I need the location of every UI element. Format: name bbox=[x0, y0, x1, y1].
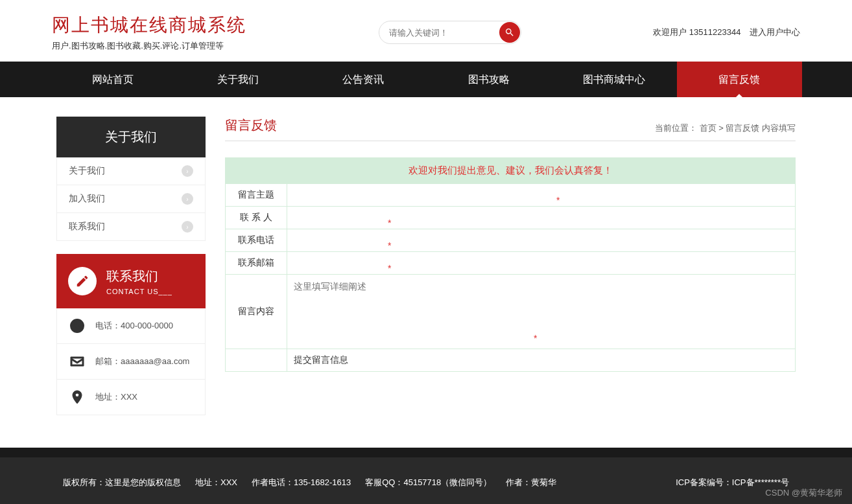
footer-left: 版权所有：这里是您的版权信息 地址：XXX 作者电话：135-1682-1613… bbox=[63, 477, 556, 488]
search-icon bbox=[504, 27, 515, 38]
sidebar-title: 关于我们 bbox=[56, 117, 206, 157]
content-cell: * bbox=[287, 275, 796, 349]
sidebar: 关于我们 关于我们›加入我们›联系我们› 联系我们 CONTACT US___ … bbox=[56, 117, 206, 415]
nav-item-1[interactable]: 关于我们 bbox=[175, 62, 300, 97]
content-label: 留言内容 bbox=[226, 275, 287, 349]
submit-button[interactable]: 提交留言信息 bbox=[287, 349, 796, 372]
nav-item-5[interactable]: 留言反馈 bbox=[677, 62, 802, 97]
contact-title: 联系我们 bbox=[106, 268, 172, 285]
contact-email-text: 邮箱：aaaaaaa@aa.com bbox=[95, 356, 189, 367]
content-textarea[interactable] bbox=[292, 280, 788, 341]
contact-text: 联系我们 CONTACT US___ bbox=[106, 268, 172, 295]
contact-card: 联系我们 CONTACT US___ bbox=[56, 254, 206, 308]
contact-list: 电话：400-000-0000 邮箱：aaaaaaa@aa.com 地址：XXX bbox=[56, 308, 206, 415]
username: 13511223344 bbox=[689, 27, 741, 37]
nav-item-4[interactable]: 图书商城中心 bbox=[551, 62, 676, 97]
nav-item-0[interactable]: 网站首页 bbox=[50, 62, 175, 97]
footer-copyright: 版权所有：这里是您的版权信息 bbox=[63, 477, 181, 488]
search-box bbox=[379, 21, 521, 44]
sidebar-item-label: 加入我们 bbox=[69, 193, 105, 205]
edit-icon bbox=[68, 267, 97, 295]
subject-label: 留言主题 bbox=[226, 184, 287, 207]
sidebar-item-1[interactable]: 加入我们› bbox=[57, 185, 205, 213]
phone-cell[interactable]: * bbox=[287, 229, 796, 252]
required-mark: * bbox=[556, 195, 560, 205]
header: 网上书城在线商城系统 用户.图书攻略.图书收藏.购买.评论.订单管理等 欢迎用户… bbox=[0, 0, 852, 62]
chevron-right-icon: › bbox=[182, 221, 193, 233]
nav-item-2[interactable]: 公告资讯 bbox=[301, 62, 426, 97]
phone-label: 联系电话 bbox=[226, 229, 287, 252]
chevron-right-icon: › bbox=[182, 165, 193, 177]
logo-area: 网上书城在线商城系统 用户.图书攻略.图书收藏.购买.评论.订单管理等 bbox=[52, 13, 246, 52]
main-nav: 网站首页关于我们公告资讯图书攻略图书商城中心留言反馈 bbox=[0, 62, 852, 97]
footer-author: 作者：黄菊华 bbox=[506, 477, 556, 488]
feedback-form: 欢迎对我们提出意见、建议，我们会认真答复！ 留言主题 * 联 系 人 * 联系电… bbox=[225, 157, 796, 372]
watermark: CSDN @黄菊华老师 bbox=[765, 487, 842, 499]
welcome-text: 欢迎用户 bbox=[653, 27, 689, 37]
main-content: 留言反馈 当前位置： 首页 > 留言反馈 内容填写 欢迎对我们提出意见、建议，我… bbox=[225, 117, 796, 415]
contact-email-item: 邮箱：aaaaaaa@aa.com bbox=[57, 344, 205, 380]
user-area: 欢迎用户 13511223344 进入用户中心 bbox=[653, 27, 800, 38]
breadcrumb: 当前位置： 首页 > 留言反馈 内容填写 bbox=[655, 122, 796, 134]
footer-author-phone: 作者电话：135-1682-1613 bbox=[252, 477, 351, 488]
contact-person-label: 联 系 人 bbox=[226, 207, 287, 229]
main-head: 留言反馈 当前位置： 首页 > 留言反馈 内容填写 bbox=[225, 117, 796, 141]
nav-item-3[interactable]: 图书攻略 bbox=[426, 62, 551, 97]
email-cell[interactable]: * bbox=[287, 252, 796, 275]
email-label: 联系邮箱 bbox=[226, 252, 287, 275]
subject-cell[interactable]: * bbox=[287, 184, 796, 207]
page-title: 留言反馈 bbox=[225, 117, 277, 134]
sidebar-item-2[interactable]: 联系我们› bbox=[57, 213, 205, 240]
contact-phone-text: 电话：400-000-0000 bbox=[95, 320, 173, 332]
email-icon bbox=[69, 353, 86, 370]
required-mark: * bbox=[534, 333, 537, 343]
svg-point-0 bbox=[71, 319, 84, 332]
location-icon bbox=[69, 389, 86, 406]
footer-qq: 客服QQ：45157718（微信同号） bbox=[365, 477, 491, 488]
phone-icon bbox=[69, 317, 86, 334]
user-center-link[interactable]: 进入用户中心 bbox=[750, 27, 800, 37]
contact-person-cell[interactable]: * bbox=[287, 207, 796, 229]
contact-address-text: 地址：XXX bbox=[95, 391, 137, 403]
required-mark: * bbox=[388, 263, 391, 273]
contact-subtitle: CONTACT US___ bbox=[106, 288, 172, 295]
form-banner: 欢迎对我们提出意见、建议，我们会认真答复！ bbox=[226, 158, 796, 184]
required-mark: * bbox=[388, 240, 391, 251]
sidebar-item-label: 联系我们 bbox=[69, 221, 105, 233]
sidebar-item-label: 关于我们 bbox=[69, 165, 105, 177]
site-title: 网上书城在线商城系统 bbox=[52, 13, 246, 38]
sidebar-item-0[interactable]: 关于我们› bbox=[57, 157, 205, 185]
footer: 版权所有：这里是您的版权信息 地址：XXX 作者电话：135-1682-1613… bbox=[0, 448, 852, 504]
footer-address: 地址：XXX bbox=[195, 477, 237, 488]
contact-address-item: 地址：XXX bbox=[57, 380, 205, 415]
search-area bbox=[246, 21, 653, 44]
chevron-right-icon: › bbox=[182, 193, 193, 205]
required-mark: * bbox=[388, 218, 391, 228]
contact-phone-item: 电话：400-000-0000 bbox=[57, 308, 205, 344]
site-subtitle: 用户.图书攻略.图书收藏.购买.评论.订单管理等 bbox=[52, 40, 246, 52]
search-button[interactable] bbox=[499, 22, 520, 43]
